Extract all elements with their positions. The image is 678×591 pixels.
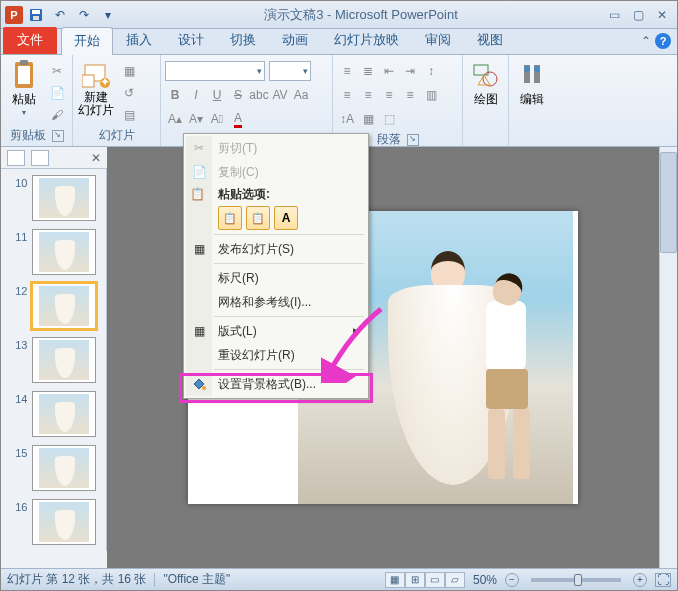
changecase-button[interactable]: Aa <box>291 85 311 105</box>
tab-design[interactable]: 设计 <box>165 26 217 54</box>
chevron-down-icon: ▾ <box>5 108 43 117</box>
zoom-slider[interactable] <box>531 578 621 582</box>
minimize-ribbon-button[interactable]: ⌃ <box>641 34 651 48</box>
bullets-button[interactable]: ≡ <box>337 61 357 81</box>
slide-thumb[interactable]: 12 <box>12 283 96 329</box>
editing-button[interactable]: 编辑 <box>513 57 551 108</box>
menu-layout[interactable]: ▦版式(L)▶ <box>186 319 366 343</box>
tab-slideshow[interactable]: 幻灯片放映 <box>321 26 412 54</box>
paste-button[interactable]: 粘贴 ▾ <box>5 57 43 117</box>
paragraph-launcher[interactable] <box>407 134 419 146</box>
section-button[interactable]: ▤ <box>119 105 139 125</box>
reading-view-button[interactable]: ▭ <box>425 572 445 588</box>
menu-reset-slide[interactable]: 重设幻灯片(R) <box>186 343 366 367</box>
menu-ruler[interactable]: 标尺(R) <box>186 266 366 290</box>
help-icon[interactable]: ? <box>655 33 671 49</box>
save-button[interactable] <box>25 4 47 26</box>
italic-button[interactable]: I <box>186 85 206 105</box>
copy-button[interactable]: 📄 <box>47 83 67 103</box>
align-text-button[interactable]: ▦ <box>358 109 378 129</box>
tab-animations[interactable]: 动画 <box>269 26 321 54</box>
tab-transitions[interactable]: 切换 <box>217 26 269 54</box>
svg-point-11 <box>483 72 497 86</box>
tab-view[interactable]: 视图 <box>464 26 516 54</box>
file-tab[interactable]: 文件 <box>3 27 57 54</box>
align-right-button[interactable]: ≡ <box>379 85 399 105</box>
cut-button[interactable]: ✂ <box>47 61 67 81</box>
redo-button[interactable]: ↷ <box>73 4 95 26</box>
thumbnail-pane[interactable]: 10 11 12 13 14 15 16 <box>1 169 107 551</box>
group-slides: ✦ 新建 幻灯片 ▦ ↺ ▤ 幻灯片 <box>73 55 161 146</box>
group-drawing: 绘图 <box>463 55 509 146</box>
format-painter-button[interactable]: 🖌 <box>47 105 67 125</box>
view-buttons: ▦ ⊞ ▭ ▱ <box>385 572 465 588</box>
tab-home[interactable]: 开始 <box>61 27 113 55</box>
text-direction-button[interactable]: ↕A <box>337 109 357 129</box>
bold-button[interactable]: B <box>165 85 185 105</box>
align-left-button[interactable]: ≡ <box>337 85 357 105</box>
shrink-font-button[interactable]: A▾ <box>186 109 206 129</box>
clipboard-launcher[interactable] <box>52 130 64 142</box>
columns-button[interactable]: ▥ <box>421 85 441 105</box>
zoom-label: 50% <box>473 573 497 587</box>
slide-thumb[interactable]: 16 <box>12 499 96 545</box>
slide-thumb[interactable]: 10 <box>12 175 96 221</box>
window-title: 演示文稿3 - Microsoft PowerPoint <box>119 6 603 24</box>
slides-tab-icon[interactable] <box>7 150 25 166</box>
underline-button[interactable]: U <box>207 85 227 105</box>
layout-button[interactable]: ▦ <box>119 61 139 81</box>
menu-cut[interactable]: ✂剪切(T) <box>186 136 366 160</box>
sorter-view-button[interactable]: ⊞ <box>405 572 425 588</box>
vertical-scrollbar[interactable] <box>659 147 677 568</box>
maximize-button[interactable]: ▢ <box>627 6 649 24</box>
paste-option-2[interactable]: 📋 <box>246 206 270 230</box>
window-controls: ▭ ▢ ✕ <box>603 6 673 24</box>
normal-view-button[interactable]: ▦ <box>385 572 405 588</box>
zoom-in-button[interactable]: + <box>633 573 647 587</box>
font-color-button[interactable]: A <box>228 109 248 129</box>
paste-option-1[interactable]: 📋 <box>218 206 242 230</box>
font-size-combo[interactable] <box>269 61 311 81</box>
undo-button[interactable]: ↶ <box>49 4 71 26</box>
slide-thumb[interactable]: 14 <box>12 391 96 437</box>
close-pane-icon[interactable]: ✕ <box>91 151 101 165</box>
numbering-button[interactable]: ≣ <box>358 61 378 81</box>
reset-button[interactable]: ↺ <box>119 83 139 103</box>
group-editing: 编辑 <box>509 55 555 146</box>
context-menu: ✂剪切(T) 📄复制(C) 📋粘贴选项: 📋 📋 A ▦发布幻灯片(S) 标尺(… <box>183 133 369 399</box>
indent-inc-button[interactable]: ⇥ <box>400 61 420 81</box>
justify-button[interactable]: ≡ <box>400 85 420 105</box>
menu-grid[interactable]: 网格和参考线(I)... <box>186 290 366 314</box>
paste-option-3[interactable]: A <box>274 206 298 230</box>
clear-format-button[interactable]: Aͯ <box>207 109 227 129</box>
menu-publish-slides[interactable]: ▦发布幻灯片(S) <box>186 237 366 261</box>
slideshow-view-button[interactable]: ▱ <box>445 572 465 588</box>
group-clipboard: 粘贴 ▾ ✂ 📄 🖌 剪贴板 <box>1 55 73 146</box>
slide-thumb[interactable]: 15 <box>12 445 96 491</box>
zoom-out-button[interactable]: − <box>505 573 519 587</box>
align-center-button[interactable]: ≡ <box>358 85 378 105</box>
close-button[interactable]: ✕ <box>651 6 673 24</box>
fit-window-button[interactable]: ⛶ <box>655 573 671 587</box>
charspace-button[interactable]: AV <box>270 85 290 105</box>
linespace-button[interactable]: ↕ <box>421 61 441 81</box>
qat-more-button[interactable]: ▾ <box>97 4 119 26</box>
indent-dec-button[interactable]: ⇤ <box>379 61 399 81</box>
tab-insert[interactable]: 插入 <box>113 26 165 54</box>
font-family-combo[interactable] <box>165 61 265 81</box>
strike-button[interactable]: S <box>228 85 248 105</box>
shadow-button[interactable]: abc <box>249 85 269 105</box>
new-slide-button[interactable]: ✦ 新建 幻灯片 <box>77 57 115 117</box>
slide-counter: 幻灯片 第 12 张，共 16 张 <box>7 571 146 588</box>
grow-font-button[interactable]: A▴ <box>165 109 185 129</box>
smartart-button[interactable]: ⬚ <box>379 109 399 129</box>
minimize-button[interactable]: ▭ <box>603 6 625 24</box>
menu-format-background[interactable]: 设置背景格式(B)... <box>186 372 366 396</box>
slide-thumb[interactable]: 13 <box>12 337 96 383</box>
tab-review[interactable]: 审阅 <box>412 26 464 54</box>
drawing-button[interactable]: 绘图 <box>467 57 504 108</box>
menu-copy[interactable]: 📄复制(C) <box>186 160 366 184</box>
app-icon[interactable]: P <box>5 6 23 24</box>
slide-thumb[interactable]: 11 <box>12 229 96 275</box>
outline-tab-icon[interactable] <box>31 150 49 166</box>
